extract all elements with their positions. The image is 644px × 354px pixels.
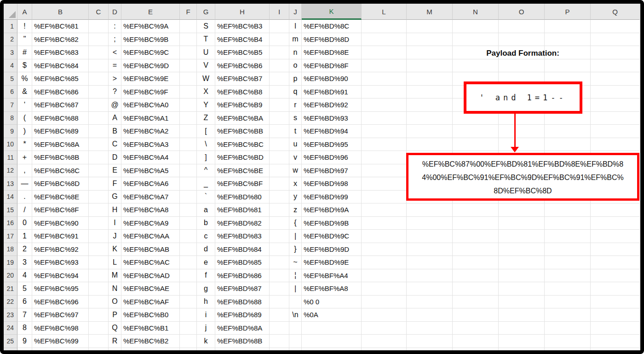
cell-B10[interactable]: %EF%BC%8A [32,138,89,151]
cell-D22[interactable]: O [109,296,121,309]
cell-P11[interactable] [545,151,591,164]
column-header-b[interactable]: B [32,4,89,20]
cell-F8[interactable] [180,112,197,125]
row-header-25[interactable]: 25 [4,335,17,348]
cell-E24[interactable]: %EF%BC%B1 [121,322,180,335]
cell-L10[interactable] [362,138,407,151]
column-header-i[interactable]: I [270,4,289,20]
cell-Q1[interactable] [591,20,640,33]
cell-A8[interactable]: ( [17,112,32,125]
cell-L15[interactable] [362,203,407,217]
cell-K7[interactable]: %EF%BD%92 [302,99,362,112]
row-header-18[interactable]: 18 [4,243,17,256]
cell-O2[interactable] [499,33,545,46]
cell-M13[interactable] [407,177,453,191]
cell-N8[interactable] [453,112,499,125]
cell-N16[interactable] [453,217,499,230]
cell-K25[interactable] [302,335,362,348]
cell-C25[interactable] [89,335,109,348]
cell-N2[interactable] [453,33,499,46]
cell-M8[interactable] [407,112,453,125]
cell-O10[interactable] [499,138,545,151]
cell-M3[interactable] [407,46,453,59]
cell-N13[interactable] [453,177,499,191]
cell-B18[interactable]: %EF%BC%92 [32,243,89,256]
cell-B1[interactable]: %EF%BC%81 [32,20,89,33]
cell-G22[interactable]: h [197,296,215,309]
cell-J12[interactable]: w [289,164,302,178]
cell-P17[interactable] [545,230,591,243]
cell-C18[interactable] [89,243,109,256]
cell-I26[interactable] [270,348,289,351]
cell-A23[interactable]: 7 [17,308,32,322]
cell-Q10[interactable] [591,138,640,151]
cell-Q16[interactable] [591,217,640,230]
cell-P6[interactable] [545,86,591,99]
cell-B8[interactable]: %EF%BC%88 [32,112,89,125]
cell-I12[interactable] [270,164,289,178]
cell-I1[interactable] [270,20,289,33]
row-header-16[interactable]: 16 [4,217,17,230]
cell-I24[interactable] [270,322,289,335]
cell-O22[interactable] [499,296,545,309]
cell-O21[interactable] [499,282,545,296]
cell-D17[interactable]: J [109,230,121,243]
cell-M22[interactable] [407,296,453,309]
cell-A22[interactable]: 6 [17,296,32,309]
cell-I6[interactable] [270,86,289,99]
cell-I15[interactable] [270,203,289,217]
cell-N3[interactable] [453,46,499,59]
cell-Q6[interactable] [591,86,640,99]
cell-J20[interactable]: ¦ [289,269,302,283]
cell-L19[interactable] [362,256,407,269]
cell-K3[interactable]: %EF%BD%8E [302,46,362,59]
cell-K20[interactable]: %EF%BF%A4 [302,269,362,283]
cell-Q20[interactable] [591,269,640,283]
cell-L2[interactable] [362,33,407,46]
cell-B11[interactable]: %EF%BC%8B [32,151,89,164]
row-header-13[interactable]: 13 [4,177,17,191]
cell-O19[interactable] [499,256,545,269]
cell-I14[interactable] [270,191,289,204]
cell-G7[interactable]: Y [197,99,215,112]
cell-L4[interactable] [362,59,407,73]
cell-L7[interactable] [362,99,407,112]
cell-G20[interactable]: f [197,269,215,283]
cell-G16[interactable]: b [197,217,215,230]
cell-G26[interactable] [197,348,215,351]
cell-H12[interactable]: %EF%BC%BE [215,164,270,178]
cell-P5[interactable] [545,72,591,86]
cell-G14[interactable]: ` [197,191,215,204]
cell-P18[interactable] [545,243,591,256]
cell-L17[interactable] [362,230,407,243]
row-header-24[interactable]: 24 [4,322,17,335]
cell-K26[interactable] [302,348,362,351]
cell-P15[interactable] [545,203,591,217]
cell-C23[interactable] [89,308,109,322]
cell-J1[interactable]: l [289,20,302,33]
cell-O12[interactable] [499,164,545,178]
cell-H10[interactable]: %EF%BC%BC [215,138,270,151]
cell-F22[interactable] [180,296,197,309]
cell-C21[interactable] [89,282,109,296]
cell-N26[interactable] [453,348,499,351]
cell-F14[interactable] [180,191,197,204]
cell-G21[interactable]: g [197,282,215,296]
cell-I25[interactable] [270,335,289,348]
cell-I20[interactable] [270,269,289,283]
cell-G12[interactable]: ^ [197,164,215,178]
cell-O26[interactable] [499,348,545,351]
row-header-2[interactable]: 2 [4,33,17,46]
cell-N24[interactable] [453,322,499,335]
cell-A6[interactable]: & [17,86,32,99]
row-header-19[interactable]: 19 [4,256,17,269]
cell-F26[interactable] [180,348,197,351]
cell-Q5[interactable] [591,72,640,86]
cell-A19[interactable]: 3 [17,256,32,269]
cell-G18[interactable]: d [197,243,215,256]
cell-E11[interactable]: %EF%BC%A4 [121,151,180,164]
cell-L14[interactable] [362,191,407,204]
cell-J8[interactable]: s [289,112,302,125]
cell-C26[interactable] [89,348,109,351]
cell-G1[interactable]: S [197,20,215,33]
